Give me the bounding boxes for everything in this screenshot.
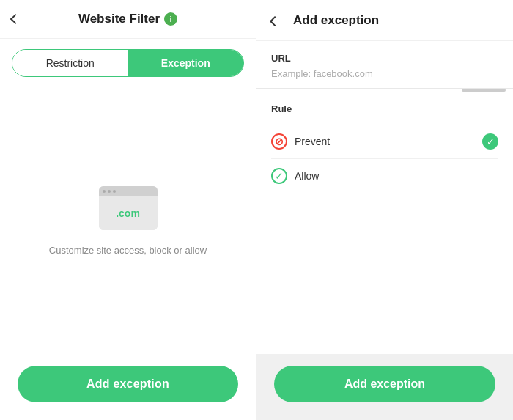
prevent-rule-option[interactable]: ⊘ Prevent ✓ [271, 125, 498, 159]
allow-rule-left: ✓ Allow [271, 168, 319, 184]
info-icon[interactable]: i [164, 12, 177, 26]
url-label: URL [271, 53, 498, 64]
url-example: Example: facebook.com [271, 68, 498, 79]
browser-illustration: .com [99, 186, 158, 230]
right-back-button[interactable] [271, 12, 281, 29]
allow-icon: ✓ [271, 168, 287, 184]
prevent-check-icon: ✓ [482, 133, 498, 150]
right-title: Add exception [293, 13, 379, 28]
prevent-rule-left: ⊘ Prevent [271, 133, 330, 150]
prevent-icon: ⊘ [271, 133, 287, 150]
right-footer: Add exception [256, 354, 513, 420]
left-header: Website Filter i [0, 0, 256, 39]
left-content: .com Customize site access, block or all… [0, 87, 256, 354]
allow-label: Allow [295, 170, 319, 182]
left-title: Website Filter i [78, 12, 177, 26]
left-panel: Website Filter i Restriction Exception .… [0, 0, 256, 420]
left-footer: Add exception [0, 354, 256, 420]
customize-description: Customize site access, block or allow [49, 245, 207, 256]
browser-bar [99, 186, 158, 196]
right-content: URL Example: facebook.com Rule ⊘ Prevent… [256, 41, 513, 354]
allow-rule-option[interactable]: ✓ Allow [271, 159, 498, 193]
right-add-exception-button[interactable]: Add exception [274, 366, 495, 402]
rule-section: Rule ⊘ Prevent ✓ ✓ Allow [256, 92, 513, 193]
website-filter-label: Website Filter [78, 12, 160, 26]
tab-switcher: Restriction Exception [12, 49, 244, 77]
browser-icon-text: .com [116, 207, 140, 219]
browser-dot-2 [108, 190, 111, 193]
right-header: Add exception [256, 0, 513, 41]
left-add-exception-button[interactable]: Add exception [18, 366, 238, 402]
browser-dot-1 [103, 190, 106, 193]
restriction-tab[interactable]: Restriction [12, 50, 128, 76]
prevent-label: Prevent [295, 136, 330, 147]
right-panel: Add exception URL Example: facebook.com … [256, 0, 513, 420]
url-section: URL Example: facebook.com [256, 41, 513, 79]
rule-label: Rule [271, 103, 498, 114]
browser-dot-3 [113, 190, 116, 193]
left-back-button[interactable] [12, 15, 22, 23]
exception-tab[interactable]: Exception [128, 50, 244, 76]
browser-body: .com [99, 196, 158, 230]
